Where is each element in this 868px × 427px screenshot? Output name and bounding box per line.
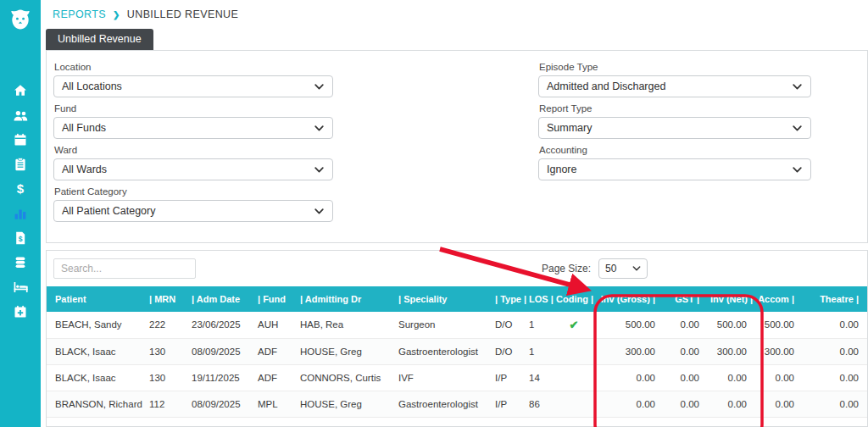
cell-admitting_dr: CONNORS, Curtis: [298, 364, 396, 391]
cell-fund: MPL: [255, 391, 298, 417]
table-toolbar: Page Size: 50: [47, 251, 867, 286]
cell-inv_net: 500.00: [708, 312, 755, 338]
cell-theatre: 0.00: [803, 391, 867, 417]
column-header-accom: Accom |: [755, 286, 803, 312]
users-icon: [13, 108, 29, 123]
ward-select[interactable]: All Wards: [53, 158, 333, 180]
table-row[interactable]: BLACK, Isaac13008/09/2025ADFHOUSE, GregG…: [47, 338, 867, 364]
sidebar-item-billing[interactable]: $: [12, 180, 29, 197]
column-header-gst: GST |: [664, 286, 708, 312]
patient-category-select[interactable]: All Patient Category: [53, 200, 333, 222]
cell-type: I/P: [492, 391, 526, 417]
cell-accom: 500.00: [755, 312, 803, 338]
table-header-row: Patient| MRN| Adm Date| Fund| Admitting …: [47, 286, 867, 312]
accounting-select-value: Ignore: [547, 164, 576, 175]
cell-type: D/O: [492, 338, 526, 364]
breadcrumb-reports-link[interactable]: REPORTS: [53, 8, 106, 20]
report-type-select[interactable]: Summary: [538, 117, 811, 139]
column-header-adm_date: | Adm Date: [189, 286, 255, 312]
dollar-icon: $: [13, 181, 28, 197]
sidebar-item-invoices[interactable]: $: [12, 230, 29, 247]
cell-los: 86: [526, 391, 554, 417]
coins-icon: [13, 255, 28, 270]
cell-type: D/O: [492, 312, 526, 338]
sidebar-item-reports-active[interactable]: [12, 205, 29, 222]
cell-admitting_dr: HAB, Rea: [298, 312, 396, 338]
sidebar-item-bookings[interactable]: [12, 303, 29, 320]
cell-admitting_dr: HOUSE, Greg: [298, 391, 396, 417]
cell-mrn: 130: [147, 364, 189, 391]
fund-select[interactable]: All Funds: [53, 117, 333, 139]
cell-inv_net: 0.00: [708, 391, 755, 417]
home-icon: [13, 83, 28, 98]
cell-gst: 0.00: [664, 338, 708, 364]
sidebar-item-calendar[interactable]: [12, 131, 29, 148]
cell-patient: BLACK, Isaac: [47, 364, 147, 391]
cell-los: 1: [526, 312, 554, 338]
cell-inv_net: 0.00: [708, 364, 755, 391]
column-header-mrn: | MRN: [147, 286, 189, 312]
calendar-icon: [13, 132, 28, 147]
coding-check-icon: ✔: [570, 319, 579, 331]
app-logo[interactable]: [6, 6, 35, 35]
cell-accom: 0.00: [755, 364, 803, 391]
patient-category-label: Patient Category: [54, 186, 333, 197]
clipboard-icon: [13, 157, 28, 172]
sidebar-item-home[interactable]: [12, 82, 29, 99]
cell-patient: BLACK, Isaac: [47, 338, 147, 364]
chevron-down-icon: [314, 208, 324, 214]
cell-gst: 0.00: [664, 391, 708, 417]
bed-icon: [13, 280, 29, 294]
column-header-type: | Type |: [492, 286, 526, 312]
page-size-value: 50: [605, 263, 616, 274]
cell-theatre: 0.00: [803, 338, 867, 364]
table-row[interactable]: BLACK, Isaac13019/11/2025ADFCONNORS, Cur…: [47, 364, 867, 391]
cell-mrn: 130: [147, 338, 189, 364]
search-input[interactable]: [53, 258, 196, 279]
episode-type-select-value: Admitted and Discharged: [547, 80, 665, 92]
cell-accom: 300.00: [755, 338, 803, 364]
episode-type-select[interactable]: Admitted and Discharged: [538, 75, 811, 97]
sidebar: $ $: [0, 0, 41, 427]
chevron-down-icon: [793, 167, 802, 173]
cell-speciality: Surgeon: [396, 312, 492, 338]
tab-unbilled-revenue[interactable]: Unbilled Revenue: [46, 29, 153, 50]
filter-panel: Location All Locations Fund All Funds Wa…: [46, 50, 868, 243]
cell-gst: 0.00: [664, 364, 708, 391]
cell-fund: AUH: [255, 312, 298, 338]
column-header-inv_gross: Inv (Gross) |: [594, 286, 664, 312]
location-label: Location: [54, 62, 333, 72]
sidebar-item-admissions[interactable]: [12, 279, 29, 296]
page-size-select[interactable]: 50: [598, 258, 648, 279]
chevron-down-icon: [314, 84, 324, 90]
sidebar-item-patients[interactable]: [12, 107, 29, 124]
sidebar-item-tasks[interactable]: [12, 156, 29, 173]
cell-admitting_dr: HOUSE, Greg: [298, 338, 396, 364]
column-header-inv_net: Inv (Net) |: [708, 286, 755, 312]
cell-coding: [554, 391, 594, 417]
column-header-coding: Coding |: [554, 286, 594, 312]
column-header-los: LOS |: [526, 286, 554, 312]
app-window: $ $: [0, 0, 868, 427]
report-type-label: Report Type: [539, 103, 811, 114]
fund-select-value: All Funds: [62, 122, 106, 134]
column-header-speciality: | Speciality: [396, 286, 492, 312]
accounting-select[interactable]: Ignore: [538, 158, 811, 180]
cell-speciality: IVF: [396, 364, 492, 391]
report-type-select-value: Summary: [547, 122, 592, 134]
location-select[interactable]: All Locations: [53, 75, 333, 97]
cell-adm_date: 08/09/2025: [189, 391, 255, 417]
table-row[interactable]: BRANSON, Richard11208/09/2025MPLHOUSE, G…: [47, 391, 867, 417]
cell-patient: BRANSON, Richard: [47, 391, 147, 417]
page-size-label: Page Size:: [542, 263, 591, 274]
sidebar-item-payments[interactable]: [12, 254, 29, 271]
column-header-patient: Patient: [47, 286, 147, 312]
table-row[interactable]: BEACH, Sandy22223/06/2025AUHHAB, ReaSurg…: [47, 312, 867, 338]
cell-fund: ADF: [255, 338, 298, 364]
chevron-down-icon: [314, 125, 324, 131]
breadcrumb: REPORTS ❯ UNBILLED REVENUE: [41, 0, 868, 29]
svg-text:$: $: [19, 235, 23, 243]
column-header-admitting_dr: | Admitting Dr: [298, 286, 396, 312]
table-panel: Page Size: 50 Patient| MRN| Adm Date| Fu…: [46, 250, 868, 427]
bar-chart-icon: [13, 206, 28, 221]
